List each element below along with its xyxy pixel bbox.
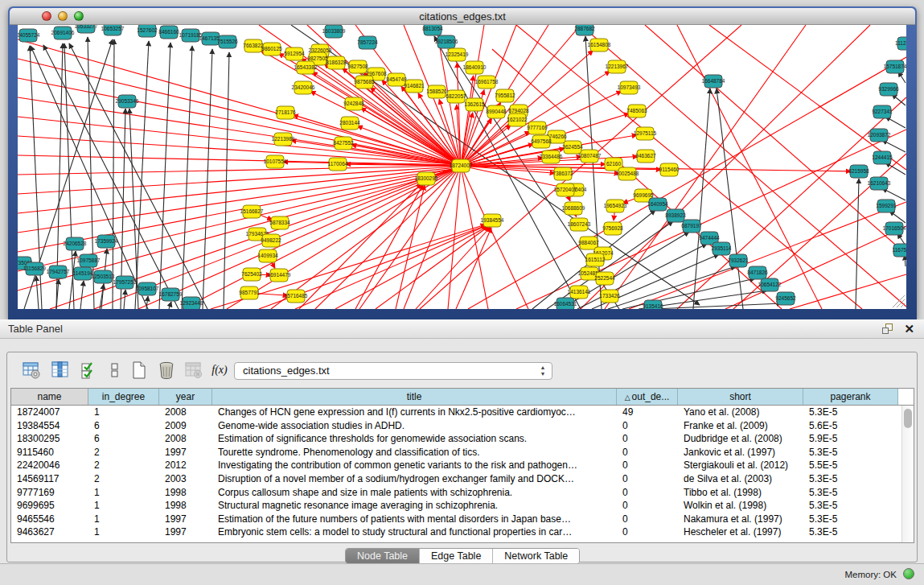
graph-node[interactable]: 1527602 [137, 25, 158, 37]
graph-node[interactable]: 8471826 [747, 266, 768, 279]
graph-node[interactable]: 1409934 [257, 249, 278, 262]
graph-node[interactable]: 18300295 [415, 172, 438, 185]
graph-node[interactable]: 9115460 [659, 163, 680, 176]
graph-node[interactable]: 1599291 [876, 200, 897, 212]
column-header-name[interactable]: name [11, 389, 88, 405]
graph-node[interactable]: 8215958 [848, 165, 869, 178]
graph-node[interactable]: 19384554 [481, 214, 504, 227]
graph-node[interactable]: 17016504 [883, 222, 906, 235]
graph-node[interactable]: 1362615 [464, 98, 485, 111]
graph-node[interactable]: 7485063 [626, 105, 647, 117]
graph-node[interactable]: 1640954 [647, 198, 668, 211]
graph-node[interactable]: 2803144 [339, 117, 360, 130]
tab-edge-table[interactable]: Edge Table [420, 549, 493, 563]
graph-node[interactable]: 9827508 [347, 60, 368, 73]
graph-node[interactable]: 19654923 [604, 200, 627, 212]
graph-node[interactable]: 10107554 [264, 155, 287, 168]
graph-node[interactable]: 1170064 [328, 158, 348, 171]
graph-node[interactable]: 14136141 [568, 286, 591, 299]
table-selector-combobox[interactable]: citations_edges.txt ▲▼ [234, 362, 552, 380]
graph-node[interactable]: 1588520 [426, 85, 447, 98]
delete-trash-icon[interactable] [155, 359, 178, 381]
graph-node[interactable]: 8938923 [665, 209, 686, 222]
graph-node[interactable]: 24055724 [18, 29, 40, 42]
table-row[interactable]: 911546021997Tourette syndrome. Phenomeno… [11, 446, 901, 459]
graph-node[interactable]: 12503513 [92, 270, 115, 283]
graph-node[interactable]: 16210643 [868, 177, 891, 190]
graph-node[interactable]: 16648784 [702, 75, 725, 88]
graph-node[interactable]: 5878334 [269, 216, 290, 229]
graph-node[interactable]: 15716485 [285, 290, 308, 303]
graph-node[interactable]: 3624554 [562, 141, 583, 154]
graph-node[interactable]: 9463627 [635, 150, 656, 163]
graph-node[interactable]: 9498222 [261, 234, 281, 247]
function-builder-icon[interactable]: f(x) [208, 359, 231, 381]
graph-node[interactable]: 7515526 [217, 35, 238, 48]
graph-node[interactable]: 18724007 [450, 159, 473, 172]
graph-node[interactable]: 7857224 [357, 36, 378, 49]
graph-node[interactable]: 1167533 [893, 244, 906, 257]
scrollbar-thumb[interactable] [904, 409, 912, 428]
graph-node[interactable]: 12325419 [446, 48, 469, 61]
table-row[interactable]: 1872400712008Changes of HCN gene express… [11, 406, 901, 419]
combobox-stepper-icon[interactable]: ▲▼ [537, 365, 548, 377]
tab-node-table[interactable]: Node Table [346, 549, 420, 563]
graph-node[interactable]: 12213989 [272, 133, 295, 146]
new-file-icon[interactable] [128, 359, 150, 381]
graph-node[interactable]: 9135416 [643, 300, 663, 309]
graph-node[interactable]: 8427552 [333, 137, 354, 150]
graph-node[interactable]: 2887682 [574, 25, 595, 35]
graph-node[interactable]: 6822057 [446, 90, 466, 103]
table-row[interactable]: 2242004622012Investigating the contribut… [11, 459, 901, 472]
graph-node[interactable]: 9329966 [878, 83, 899, 96]
graph-node[interactable]: 7932621 [728, 254, 749, 267]
graph-node[interactable]: 7386372 [552, 167, 573, 180]
graph-node[interactable]: 19218506 [435, 35, 458, 48]
graph-node[interactable]: 12093872 [868, 129, 891, 142]
graph-node[interactable]: 18607243 [568, 218, 591, 231]
tab-network-table[interactable]: Network Table [493, 549, 579, 563]
graph-node[interactable]: 9756928 [602, 222, 623, 235]
memory-status-icon[interactable] [903, 568, 914, 579]
graph-node[interactable]: 15166827 [240, 205, 264, 218]
row-mode-icon[interactable] [104, 359, 126, 381]
graph-node[interactable]: 1733426 [599, 290, 620, 303]
graph-node[interactable]: 7625402 [241, 268, 262, 281]
graph-node[interactable]: 16064531 [554, 298, 577, 309]
graph-node[interactable]: 12975115 [634, 127, 657, 140]
graph-node[interactable]: 12923448 [180, 297, 203, 309]
column-header-short[interactable]: short [678, 389, 803, 405]
graph-node[interactable]: 10654122 [758, 278, 782, 291]
graph-node[interactable]: 2718176 [275, 106, 296, 119]
graph-node[interactable]: 23420046 [292, 81, 315, 94]
graph-node[interactable]: 6497568 [531, 135, 552, 148]
graph-node[interactable]: 20691406 [51, 27, 75, 39]
graph-node[interactable]: 17942757 [47, 266, 70, 278]
graph-node[interactable]: 1244415 [872, 151, 893, 164]
column-header-title[interactable]: title [212, 389, 617, 405]
close-panel-icon[interactable]: ✕ [904, 322, 914, 336]
graph-node[interactable]: 10807487 [578, 150, 602, 163]
select-columns-icon[interactable] [78, 359, 101, 381]
table-row[interactable]: 969969511998Structural magnetic resonanc… [11, 499, 901, 513]
graph-node[interactable]: 2935114 [712, 242, 732, 255]
graph-node[interactable]: 6879197 [681, 220, 702, 233]
graph-node[interactable]: 7955812 [495, 89, 515, 102]
table-row[interactable]: 1830029562008Estimation of significance … [11, 432, 901, 446]
graph-node[interactable]: 1145194 [73, 267, 93, 280]
graph-node[interactable]: 10688609 [562, 202, 585, 215]
graph-node[interactable]: 15751874 [884, 60, 906, 73]
graph-node[interactable]: 11123044 [895, 37, 906, 50]
graph-node[interactable]: 16961758 [475, 76, 499, 89]
graph-node[interactable]: 8990448 [486, 105, 507, 118]
graph-node[interactable]: 11156829 [23, 262, 46, 275]
graph-node[interactable]: 9860125 [261, 43, 282, 56]
graph-node[interactable]: 16914479 [268, 269, 291, 282]
window-titlebar[interactable]: citations_edges.txt [10, 8, 915, 25]
graph-node[interactable]: 2522544 [594, 272, 615, 285]
network-view-canvas[interactable]: 2405572420691406105332771065325715276028… [18, 25, 906, 309]
graph-node[interactable]: 10958107 [136, 282, 159, 295]
column-header-year[interactable]: year [159, 389, 212, 405]
table-row[interactable]: 1938455462009Genome-wide association stu… [11, 419, 901, 433]
graph-node[interactable]: 9146821 [404, 80, 425, 93]
